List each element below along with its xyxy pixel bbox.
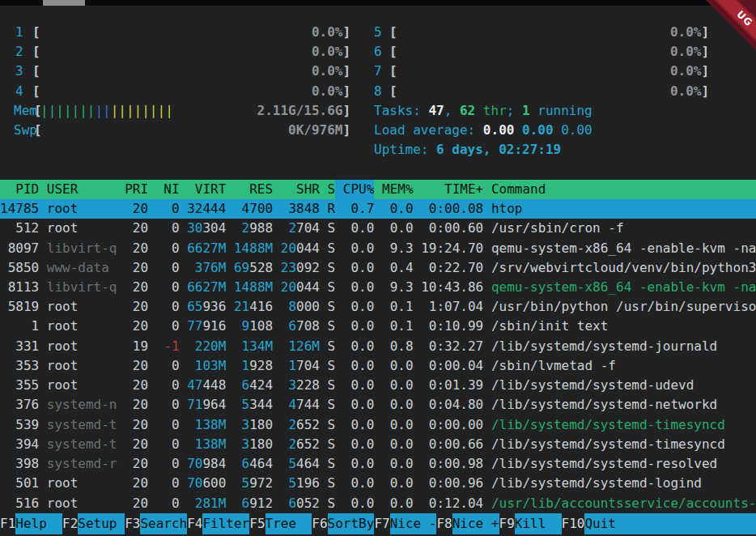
terminal-screen: 1[0.0%]2[0.0%]3[0.0%]4[0.0%]Mem[||||||||… [0,0,756,536]
column-header-time[interactable]: TIME+ [421,180,483,199]
column-header-res[interactable]: RES [234,180,273,199]
fnkey-f4[interactable]: F4 [187,513,202,534]
fnkey-f1[interactable]: F1 [0,513,15,534]
column-header-mem[interactable]: MEM% [382,180,414,199]
process-row-394[interactable]: 394systemd-t200138M31802652S0.00.00:00.6… [0,435,756,454]
fnkey-f8[interactable]: F8 [436,513,452,534]
text-segment: 19 [133,337,148,356]
fnlabel-tree[interactable]: Tree [265,513,312,534]
cell-pid: 5850 [0,258,39,278]
fnlabel-search[interactable]: Search [140,513,187,534]
text-segment: 2 [242,219,250,238]
fnkey-f7[interactable]: F7 [374,513,389,534]
cell-cmd: /lib/systemd/systemd-logind [491,474,702,493]
fnlabel-help[interactable]: Help [15,513,62,534]
fnlabel-nice--[interactable]: Nice - [390,513,437,534]
cell-virt: 281M [187,494,226,513]
meter-open-bracket: [ [389,23,397,42]
column-header-pid[interactable]: PID [0,180,39,199]
text-segment: 600 [202,474,226,493]
process-row-5819[interactable]: 5819root20065936214168000S0.00.11:07.04/… [0,297,756,317]
cell-res: 6912 [234,494,273,513]
text-segment: qemu-system-x86_64 -enable-kvm -na [491,278,756,297]
cell-virt: 6627M [187,278,226,297]
fnkey-f6[interactable]: F6 [312,513,327,534]
fnkey-f9[interactable]: F9 [499,513,515,534]
text-segment: 501 [15,474,39,493]
text-segment: 0.0 [390,219,414,238]
text-segment: 20 [133,356,148,376]
text-segment: 6627M [187,239,226,258]
text-segment: 0.0 [350,376,374,395]
text-segment: 0 [172,239,180,258]
uptime-text: Uptime: 6 days, 02:27:19 [374,140,561,160]
text-segment: 0 [172,356,180,376]
process-row-501[interactable]: 501root2007060059725196S0.00.00:00.96/li… [0,474,756,493]
cell-res: 5344 [234,395,273,415]
process-row-353[interactable]: 353root200103M19281704S0.00.00:00.04/sbi… [0,356,756,376]
fnkey-f3[interactable]: F3 [125,513,140,534]
text-segment: S [328,258,336,278]
text-segment: 000 [296,297,320,317]
column-header-shr[interactable]: SHR [281,180,320,199]
text-segment: 1488M [234,239,273,258]
text-segment: 376 [15,395,39,415]
text-segment: 6 [242,494,250,513]
text-segment: 20 [281,239,296,258]
text-segment: 652 [296,415,320,435]
tasks-summary-text: Tasks: 47, 62 thr; 1 running [374,101,592,121]
fnlabel-setup[interactable]: Setup [78,513,125,534]
fnkey-f10[interactable]: F10 [562,513,585,534]
process-row-14785[interactable]: 14785root2003244447003848R0.70.00:00.08h… [0,199,756,219]
process-row-8113[interactable]: 8113libvirt-q2006627M1488M20044S0.09.310… [0,278,756,297]
column-header-ni[interactable]: NI [156,180,180,199]
text-segment: 0.0 [350,278,374,297]
fnlabel-filter[interactable]: Filter [202,513,249,534]
text-segment: 0:00.00 [429,415,483,435]
column-header-s[interactable]: S [328,180,336,199]
process-row-376[interactable]: 376systemd-n2007196453444744S0.00.00:04.… [0,395,756,415]
fnlabel-kill[interactable]: Kill [515,513,562,534]
process-row-331[interactable]: 331root19-1220M134M126MS0.00.80:32.27/li… [0,337,756,356]
cell-ni: -1 [156,337,180,356]
cell-ni: 0 [156,474,180,493]
fnlabel-nice-+[interactable]: Nice + [452,513,499,534]
fnkey-f5[interactable]: F5 [249,513,265,534]
column-header-cmd[interactable]: Command [491,180,546,199]
text-segment: 20 [133,258,148,278]
cell-time: 10:43.86 [421,278,483,297]
column-header-pri[interactable]: PRI [125,180,148,199]
fnkey-f2[interactable]: F2 [62,513,78,534]
fnlabel-quit[interactable]: Quit [584,513,756,534]
text-segment: 0.0 [350,415,374,435]
cell-pri: 20 [125,239,148,258]
cell-res: 21416 [234,297,273,317]
column-header-cpu[interactable]: CPU% [335,180,374,199]
cell-user: root [47,494,79,513]
cell-pid: 512 [0,219,39,238]
cell-shr: 126M [281,337,320,356]
process-row-512[interactable]: 512root2003030429882704S0.00.00:00.60/us… [0,219,756,238]
text-segment: 62 [460,101,475,121]
fnlabel-sortby[interactable]: SortBy [328,513,375,534]
process-row-398[interactable]: 398systemd-r2007098464645464S0.00.00:00.… [0,454,756,474]
cell-virt: 70600 [187,474,226,493]
cell-virt: 138M [187,415,226,435]
text-segment: 0.8 [390,337,414,356]
column-header-virt[interactable]: VIRT [187,180,226,199]
process-row-539[interactable]: 539systemd-t200138M31802652S0.00.00:00.0… [0,415,756,435]
cell-ni: 0 [156,199,180,219]
text-segment: 20 [281,278,296,297]
process-row-5850[interactable]: 5850www-data200376M6952823092S0.00.40:22… [0,258,756,278]
text-segment: 20 [133,435,148,454]
cell-time: 19:24.70 [421,239,483,258]
cell-pid: 8097 [0,239,39,258]
process-row-8097[interactable]: 8097libvirt-q2006627M1488M20044S0.09.319… [0,239,756,258]
process-row-355[interactable]: 355root2004744864243228S0.00.00:01.39/li… [0,376,756,395]
cell-cmd: /lib/systemd/systemd-resolved [491,454,717,474]
meter-label: 5 [374,23,382,42]
column-header-user[interactable]: USER [47,180,79,199]
text-segment: /lib/systemd/systemd-logind [491,474,702,493]
process-row-1[interactable]: 1root2007791691086708S0.00.10:10.99/sbin… [0,317,756,336]
process-row-516[interactable]: 516root200281M69126052S0.00.00:12.04/usr… [0,494,756,513]
